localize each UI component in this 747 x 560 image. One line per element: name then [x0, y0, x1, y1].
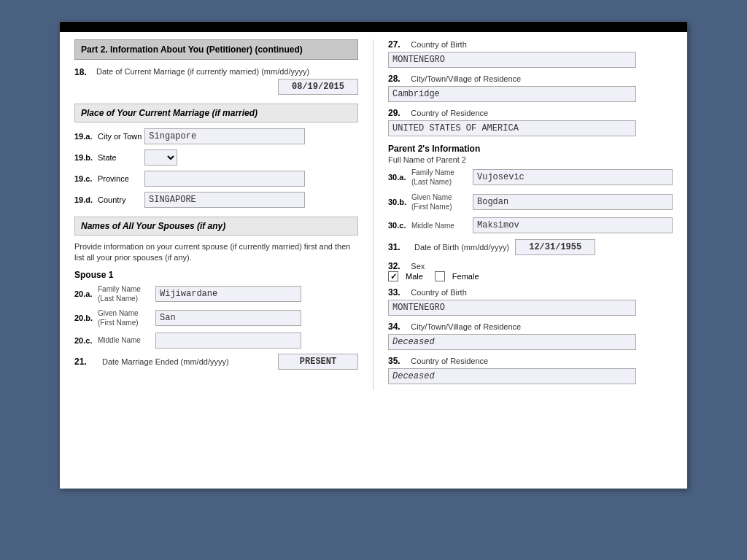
- field-21-label: Date Marriage Ended (mm/dd/yyyy): [102, 357, 272, 366]
- field-19c-label: Province: [98, 174, 142, 183]
- field-19c-row: 19.c. Province: [74, 171, 358, 187]
- field-27-num: 27.: [388, 39, 409, 50]
- field-20c-sublabel: Middle Name: [98, 335, 152, 345]
- field-29-label: Country of Residence: [411, 109, 488, 117]
- country-birth-27-input[interactable]: [388, 52, 636, 68]
- spouse-middle-name-input[interactable]: [155, 332, 301, 349]
- field-19c-num: 19.c.: [74, 174, 95, 183]
- left-column: Part 2. Information About You (Petitione…: [74, 39, 374, 390]
- field-20a-sublabel: Family Name(Last Name): [98, 284, 152, 303]
- field-20a-row: 20.a. Family Name(Last Name): [74, 284, 358, 303]
- field-20a-num: 20.a.: [74, 289, 95, 298]
- country-birth-33-input[interactable]: [388, 300, 636, 316]
- field-34-row: 34. City/Town/Village of Residence: [388, 322, 673, 350]
- female-checkbox[interactable]: [435, 271, 445, 281]
- field-18-label: Date of Current Marriage (if currently m…: [96, 67, 358, 76]
- field-35-num: 35.: [388, 356, 409, 366]
- province-input[interactable]: [144, 171, 305, 187]
- section-header: Part 2. Information About You (Petitione…: [74, 39, 358, 60]
- country-residence-35-input[interactable]: [388, 368, 636, 384]
- header-bar: [60, 22, 687, 32]
- right-column: 27. Country of Birth 28. City/Town/Villa…: [374, 39, 673, 390]
- field-33-label: Country of Birth: [411, 288, 466, 297]
- field-34-label: City/Town/Village of Residence: [411, 322, 521, 331]
- field-20c-row: 20.c. Middle Name: [74, 332, 358, 349]
- field-30a-sublabel: Family Name(Last Name): [411, 168, 470, 187]
- field-19d-label: Country: [98, 195, 142, 204]
- field-31-row: 31. Date of Birth (mm/dd/yyyy): [388, 239, 673, 255]
- country-input[interactable]: [144, 192, 305, 208]
- field-34-num: 34.: [388, 322, 409, 332]
- field-20b-num: 20.b.: [74, 314, 95, 322]
- field-19d-row: 19.d. Country: [74, 192, 358, 208]
- field-30a-num: 30.a.: [388, 173, 409, 182]
- field-33-num: 33.: [388, 287, 409, 298]
- city-or-town-input[interactable]: [144, 128, 305, 144]
- field-28-row: 28. City/Town/Village of Residence: [388, 74, 673, 102]
- place-marriage-header: Place of Your Current Marriage (if marri…: [74, 104, 358, 122]
- field-20b-sublabel: Given Name(First Name): [98, 308, 152, 327]
- date-marriage-ended-input[interactable]: [278, 354, 358, 370]
- parent2-middle-name-input[interactable]: [473, 217, 673, 233]
- field-30c-sublabel: Middle Name: [411, 221, 470, 230]
- country-residence-29-input[interactable]: [388, 120, 636, 136]
- field-20c-num: 20.c.: [74, 336, 95, 345]
- field-30b-sublabel: Given Name(First Name): [411, 192, 470, 211]
- field-18-row: 18. Date of Current Marriage (if current…: [74, 67, 358, 95]
- field-27-row: 27. Country of Birth: [388, 39, 673, 68]
- field-21-row: 21. Date Marriage Ended (mm/dd/yyyy): [74, 354, 358, 370]
- field-32-row: 32. Sex ✓ Male Female: [388, 261, 673, 281]
- male-checkbox[interactable]: ✓: [388, 271, 398, 281]
- form-page: Part 2. Information About You (Petitione…: [60, 22, 687, 489]
- parent2-family-name-input[interactable]: [473, 169, 673, 185]
- field-30c-row: 30.c. Middle Name: [388, 217, 673, 233]
- city-residence-28-input[interactable]: [388, 86, 636, 102]
- field-30b-row: 30.b. Given Name(First Name): [388, 192, 673, 211]
- field-35-label: Country of Residence: [411, 357, 488, 365]
- field-19b-num: 19.b.: [74, 153, 95, 162]
- spouse-given-name-input[interactable]: [155, 310, 301, 326]
- field-29-num: 29.: [388, 108, 409, 118]
- field-32-label: Sex: [411, 262, 425, 271]
- field-20b-row: 20.b. Given Name(First Name): [74, 308, 358, 327]
- field-28-label: City/Town/Village of Residence: [411, 74, 521, 83]
- field-19a-label: City or Town: [98, 132, 142, 141]
- sex-options: ✓ Male Female: [388, 271, 673, 281]
- field-19a-num: 19.a.: [74, 132, 95, 141]
- date-current-marriage-input[interactable]: [278, 79, 358, 95]
- field-31-label: Date of Birth (mm/dd/yyyy): [414, 243, 509, 252]
- provide-info-text: Provide information on your current spou…: [74, 241, 358, 264]
- field-30c-num: 30.c.: [388, 221, 409, 230]
- field-19b-label: State: [98, 153, 142, 162]
- field-18-num: 18.: [74, 67, 96, 77]
- field-29-row: 29. Country of Residence: [388, 108, 673, 136]
- date-birth-31-input[interactable]: [515, 239, 595, 255]
- female-label: Female: [452, 272, 479, 281]
- field-30a-row: 30.a. Family Name(Last Name): [388, 168, 673, 187]
- male-label: Male: [406, 272, 423, 281]
- spouse-family-name-input[interactable]: [155, 286, 301, 302]
- field-35-row: 35. Country of Residence: [388, 356, 673, 384]
- field-19b-row: 19.b. State: [74, 149, 358, 166]
- field-21-num: 21.: [74, 357, 96, 367]
- field-28-num: 28.: [388, 74, 409, 84]
- field-31-num: 31.: [388, 242, 409, 252]
- field-19a-row: 19.a. City or Town: [74, 128, 358, 144]
- parent2-section-title: Parent 2's Information: [388, 144, 673, 154]
- parent2-fullname-label: Full Name of Parent 2: [388, 155, 673, 164]
- field-30b-num: 30.b.: [388, 198, 409, 206]
- field-32-num: 32.: [388, 261, 409, 271]
- field-27-label: Country of Birth: [411, 40, 466, 49]
- parent2-given-name-input[interactable]: [473, 194, 673, 210]
- field-19d-num: 19.d.: [74, 195, 95, 204]
- state-dropdown[interactable]: [144, 149, 177, 166]
- city-residence-34-input[interactable]: [388, 334, 636, 350]
- field-33-row: 33. Country of Birth: [388, 287, 673, 316]
- spouses-header: Names of All Your Spouses (if any): [74, 217, 358, 236]
- spouse-1-header: Spouse 1: [74, 270, 358, 280]
